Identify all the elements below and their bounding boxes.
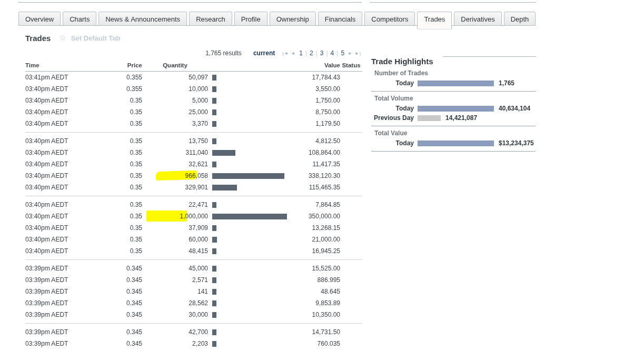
highlight-row-total-volume-previous-day: Previous Day14,421,087	[371, 113, 536, 123]
cell-value: 8,750.00	[295, 108, 340, 116]
table-row: 03:39pm AEDT0.3452,571886.995	[25, 274, 362, 286]
cell-price: 0.355	[104, 85, 142, 93]
table-row: 03:39pm AEDT0.34514148.645	[25, 286, 362, 297]
cell-quantity: 42,700	[142, 328, 208, 336]
page-number-1[interactable]: 1	[297, 49, 305, 57]
trade-highlights-panel: Trade Highlights Number of TradesToday1,…	[371, 57, 536, 155]
cell-time: 03:40pm AEDT	[25, 172, 104, 179]
quantity-bar	[212, 225, 216, 231]
tab-research[interactable]: Research	[189, 12, 232, 26]
quantity-bar	[212, 329, 216, 335]
cell-price: 0.345	[104, 340, 142, 347]
table-row: 03:41pm AEDT0.35550,09717,784.43	[25, 72, 362, 83]
cell-time: 03:40pm AEDT	[25, 85, 104, 93]
cell-quantity: 45,000	[142, 265, 208, 272]
table-row: 03:39pm AEDT0.34528,5629,853.89	[25, 297, 362, 309]
cell-time: 03:39pm AEDT	[25, 299, 104, 307]
cell-price: 0.35	[104, 213, 142, 220]
tab-trades[interactable]: Trades	[417, 12, 452, 29]
quantity-bar	[212, 109, 216, 115]
cell-price: 0.345	[104, 328, 142, 336]
cell-price: 0.35	[104, 137, 142, 145]
cell-quantity: 3,370	[142, 120, 208, 127]
tab-profile[interactable]: Profile	[234, 12, 267, 26]
cell-value: 4,812.50	[295, 137, 340, 145]
cell-time: 03:39pm AEDT	[25, 276, 104, 284]
cell-time: 03:40pm AEDT	[25, 201, 104, 208]
cell-time: 03:39pm AEDT	[25, 265, 104, 272]
table-header-row: TimePriceQuantityValueStatus	[25, 61, 362, 70]
star-icon[interactable]: ☆	[59, 33, 66, 43]
tab-derivatives[interactable]: Derivatives	[454, 12, 501, 26]
cell-price: 0.35	[104, 149, 142, 156]
quantity-bar	[212, 341, 216, 347]
cell-price: 0.345	[104, 265, 142, 272]
trade-highlights-body: Number of TradesToday1,765Total VolumeTo…	[371, 69, 536, 152]
quantity-bar	[212, 214, 287, 219]
tab-depth[interactable]: Depth	[504, 12, 536, 26]
table-row: 03:40pm AEDT0.351,000,000350,000.00	[25, 210, 362, 222]
column-header-status: Status	[340, 62, 362, 68]
tab-bar: OverviewChartsNews & AnnouncementsResear…	[18, 12, 538, 29]
highlight-row-number-of-trades-today: Today1,765	[371, 78, 536, 88]
cell-price: 0.345	[104, 311, 142, 318]
cell-time: 03:40pm AEDT	[25, 247, 104, 255]
highlight-bar	[418, 81, 494, 86]
last-page-icon[interactable]: ►|	[355, 51, 361, 56]
set-default-tab-button[interactable]: Set Default Tab	[71, 34, 121, 42]
table-row: 03:39pm AEDT0.34530,00010,350.00	[25, 309, 362, 320]
cell-price: 0.345	[104, 299, 142, 307]
tab-financials[interactable]: Financials	[318, 12, 363, 26]
table-row: 03:40pm AEDT0.35510,0003,550.00	[25, 83, 362, 95]
table-row: 03:40pm AEDT0.3513,7504,812.50	[25, 135, 362, 147]
cell-time: 03:40pm AEDT	[25, 108, 104, 116]
prev-page-icon[interactable]: ◄	[291, 51, 295, 56]
page-numbers: 1|2|3|4|5	[296, 49, 347, 57]
highlight-row-label: Today	[371, 139, 418, 147]
page-number-4[interactable]: 4	[329, 49, 336, 57]
cell-value: 14,731.50	[295, 328, 340, 336]
cell-value: 7,864.85	[295, 201, 340, 208]
page-number-3[interactable]: 3	[318, 49, 326, 57]
page-number-5[interactable]: 5	[339, 49, 346, 57]
cell-quantity: 25,000	[142, 108, 208, 116]
cell-quantity-bar	[208, 162, 295, 167]
top-divider-right	[370, 2, 536, 3]
top-divider-left	[18, 2, 362, 3]
tab-charts[interactable]: Charts	[63, 12, 96, 26]
cell-quantity-bar	[208, 173, 295, 179]
cell-price: 0.35	[104, 97, 142, 104]
first-page-icon[interactable]: |◄	[282, 51, 289, 56]
tab-news-announcements[interactable]: News & Announcements	[98, 12, 187, 26]
table-row: 03:40pm AEDT0.35966,058338,120.30	[25, 170, 362, 182]
cell-quantity: 2,571	[142, 276, 208, 284]
next-page-icon[interactable]: ►	[348, 51, 353, 56]
cell-quantity-bar	[208, 341, 295, 347]
quantity-bar	[212, 202, 216, 208]
cell-value: 338,120.30	[295, 172, 340, 179]
quantity-bar	[212, 162, 216, 167]
cell-quantity: 13,750	[142, 137, 208, 145]
cell-time: 03:39pm AEDT	[25, 311, 104, 318]
cell-quantity: 311,040	[142, 149, 208, 156]
quantity-bar	[212, 98, 216, 104]
cell-time: 03:40pm AEDT	[25, 224, 104, 232]
cell-price: 0.35	[104, 161, 142, 168]
page-number-2[interactable]: 2	[308, 49, 315, 57]
cell-value: 1,750.00	[295, 97, 340, 104]
cell-price: 0.35	[104, 120, 142, 127]
tab-ownership[interactable]: Ownership	[270, 12, 316, 26]
tab-competitors[interactable]: Competitors	[364, 12, 415, 26]
cell-quantity-bar	[208, 75, 295, 81]
column-header-value: Value	[295, 62, 340, 68]
cell-quantity-bar	[208, 121, 295, 127]
tab-overview[interactable]: Overview	[18, 12, 61, 26]
quantity-bar	[212, 248, 216, 254]
cell-time: 03:40pm AEDT	[25, 213, 104, 220]
cell-price: 0.35	[104, 224, 142, 232]
table-row: 03:39pm AEDT0.34545,00015,525.00	[25, 263, 362, 274]
cell-quantity-bar	[208, 150, 295, 156]
cell-time: 03:41pm AEDT	[25, 74, 104, 81]
quantity-bar	[212, 86, 216, 92]
section-label-total-volume: Total Volume	[374, 95, 536, 102]
